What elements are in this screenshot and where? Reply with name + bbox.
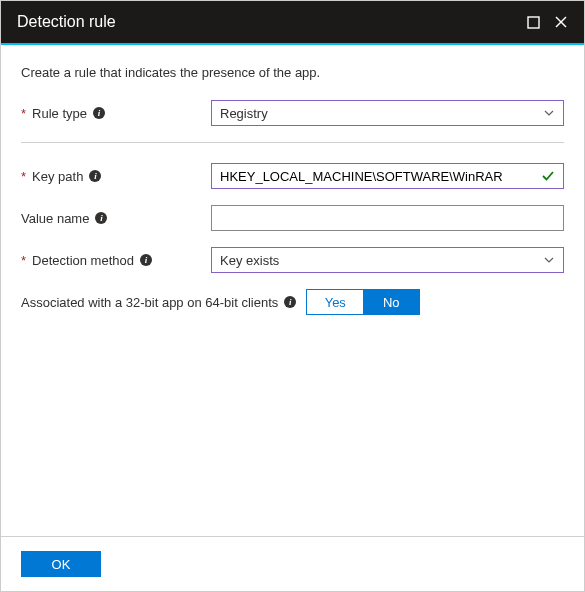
required-marker: * — [21, 253, 26, 268]
dialog-title: Detection rule — [17, 13, 116, 31]
dialog-header: Detection rule — [1, 1, 584, 45]
toggle-assoc-32bit: Yes No — [306, 289, 420, 315]
required-marker: * — [21, 169, 26, 184]
info-icon[interactable]: i — [95, 212, 107, 224]
close-icon[interactable] — [554, 15, 568, 29]
svg-rect-0 — [528, 17, 539, 28]
select-rule-type[interactable]: Registry — [211, 100, 564, 126]
info-icon[interactable]: i — [284, 296, 296, 308]
dialog-content: Create a rule that indicates the presenc… — [1, 45, 584, 315]
input-value-name[interactable] — [220, 211, 555, 226]
label-text: Key path — [32, 169, 83, 184]
label-text: Detection method — [32, 253, 134, 268]
info-icon[interactable]: i — [140, 254, 152, 266]
chevron-down-icon — [543, 254, 555, 266]
chevron-down-icon — [543, 107, 555, 119]
ok-button[interactable]: OK — [21, 551, 101, 577]
input-wrap-value-name — [211, 205, 564, 231]
select-value: Registry — [220, 106, 535, 121]
label-rule-type: * Rule type i — [21, 106, 211, 121]
check-icon — [541, 169, 555, 183]
label-text: Rule type — [32, 106, 87, 121]
select-value: Key exists — [220, 253, 535, 268]
dialog-subtitle: Create a rule that indicates the presenc… — [21, 65, 564, 80]
row-detection-method: * Detection method i Key exists — [21, 247, 564, 273]
input-key-path[interactable] — [220, 169, 555, 184]
input-wrap-key-path — [211, 163, 564, 189]
maximize-icon[interactable] — [527, 16, 540, 29]
divider — [21, 142, 564, 143]
required-marker: * — [21, 106, 26, 121]
toggle-no-button[interactable]: No — [363, 290, 419, 314]
label-value-name: Value name i — [21, 211, 211, 226]
label-assoc-32bit: Associated with a 32-bit app on 64-bit c… — [21, 295, 296, 310]
row-value-name: Value name i — [21, 205, 564, 231]
select-detection-method[interactable]: Key exists — [211, 247, 564, 273]
label-key-path: * Key path i — [21, 169, 211, 184]
header-actions — [527, 15, 568, 29]
label-detection-method: * Detection method i — [21, 253, 211, 268]
toggle-yes-button[interactable]: Yes — [307, 290, 363, 314]
info-icon[interactable]: i — [93, 107, 105, 119]
dialog-footer: OK — [1, 536, 584, 591]
label-text: Associated with a 32-bit app on 64-bit c… — [21, 295, 278, 310]
row-rule-type: * Rule type i Registry — [21, 100, 564, 126]
label-text: Value name — [21, 211, 89, 226]
info-icon[interactable]: i — [89, 170, 101, 182]
row-key-path: * Key path i — [21, 163, 564, 189]
row-assoc-32bit: Associated with a 32-bit app on 64-bit c… — [21, 289, 564, 315]
